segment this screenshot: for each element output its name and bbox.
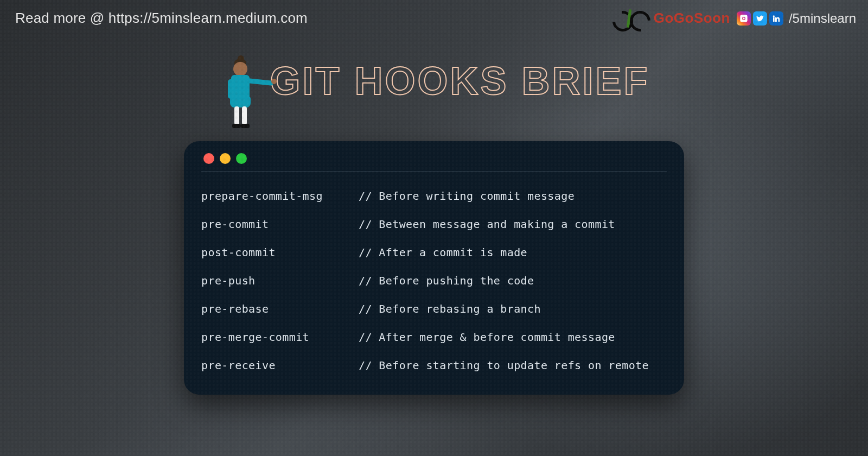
- hook-row: pre-merge-commit// After merge & before …: [201, 323, 667, 351]
- hook-description: // Before writing commit message: [359, 189, 575, 202]
- hook-description: // Before starting to update refs on rem…: [359, 359, 649, 372]
- hook-row: post-commit// After a commit is made: [201, 238, 667, 267]
- presenter-illustration: [218, 61, 264, 131]
- divider: [201, 172, 667, 172]
- brand-logo-icon: [611, 10, 649, 27]
- hook-description: // After merge & before commit message: [359, 331, 615, 344]
- hook-name: pre-merge-commit: [201, 331, 359, 344]
- linkedin-icon: [769, 11, 783, 26]
- hook-name: post-commit: [201, 246, 359, 259]
- hook-row: pre-push// Before pushing the code: [201, 267, 667, 295]
- code-listing: prepare-commit-msg// Before writing comm…: [201, 182, 667, 379]
- hook-description: // Before rebasing a branch: [359, 302, 541, 315]
- hook-description: // Between message and making a commit: [359, 218, 615, 231]
- hook-name: pre-receive: [201, 359, 359, 372]
- instagram-icon: [737, 11, 751, 26]
- hook-name: pre-push: [201, 274, 359, 287]
- hook-name: pre-rebase: [201, 302, 359, 315]
- hook-description: // After a commit is made: [359, 246, 527, 259]
- close-dot-icon: [203, 153, 214, 164]
- hook-name: pre-commit: [201, 218, 359, 231]
- window-controls: [201, 153, 667, 164]
- title-area: GIT HOOKS BRIEF: [0, 59, 868, 131]
- minimize-dot-icon: [220, 153, 231, 164]
- hook-row: pre-commit// Between message and making …: [201, 210, 667, 238]
- twitter-icon: [753, 11, 767, 26]
- hook-row: prepare-commit-msg// Before writing comm…: [201, 182, 667, 210]
- social-icons: [737, 11, 783, 26]
- social-handle: /5minslearn: [789, 11, 856, 26]
- hook-description: // Before pushing the code: [359, 274, 534, 287]
- brand-block: GoGoSoon /5minslearn: [611, 10, 856, 27]
- read-more-text: Read more @ https://5minslearn.medium.co…: [15, 10, 308, 27]
- hook-row: pre-receive// Before starting to update …: [201, 351, 667, 379]
- hook-name: prepare-commit-msg: [201, 189, 359, 202]
- brand-name: GoGoSoon: [654, 10, 730, 27]
- maximize-dot-icon: [236, 153, 247, 164]
- terminal-card: prepare-commit-msg// Before writing comm…: [184, 141, 684, 395]
- page-title: GIT HOOKS BRIEF: [270, 59, 649, 103]
- hook-row: pre-rebase// Before rebasing a branch: [201, 295, 667, 323]
- top-bar: Read more @ https://5minslearn.medium.co…: [0, 10, 868, 27]
